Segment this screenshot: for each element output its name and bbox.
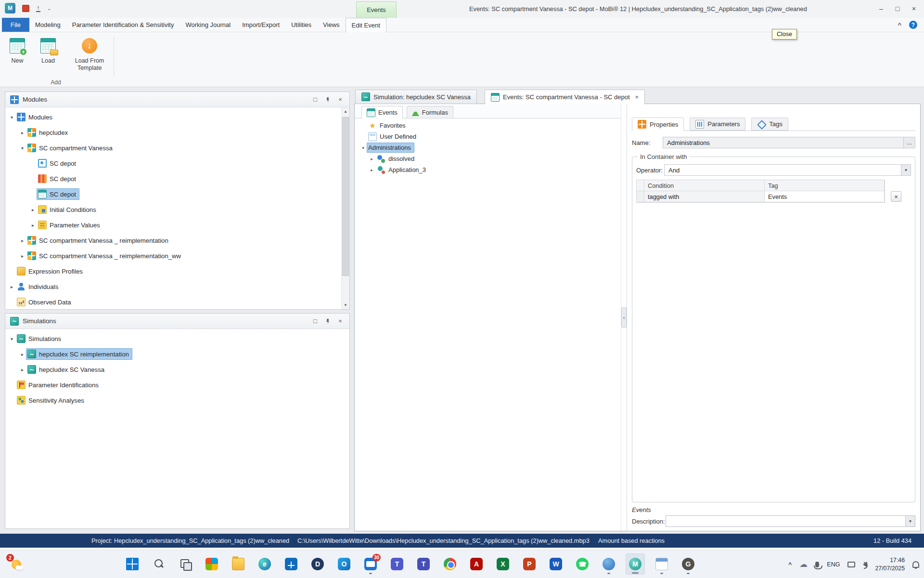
expander-icon[interactable] [19,145,26,151]
tree-item-hepcludex-sc-vanessa[interactable]: hepcludex SC Vanessa [5,362,349,377]
menu-import-export[interactable]: Import/Export [236,18,285,32]
close-button[interactable]: × [906,1,922,16]
tree-item-hepcludex-sc-reimplementation[interactable]: hepcludex SC reimplementation [5,346,349,362]
volume-icon[interactable] [863,562,867,567]
menu-utilities[interactable]: Utilities [285,18,317,32]
collapse-pane-icon[interactable]: ‹ [621,307,627,328]
menu-views[interactable]: Views [317,18,345,32]
qat-save-icon[interactable]: ↑ [36,5,40,12]
operator-dropdown[interactable]: And ▼ [664,164,911,176]
expander-icon[interactable] [19,367,26,372]
tree-item-administrations[interactable]: Administrations [355,142,621,153]
tree-item-initial-conditions[interactable]: Initial Conditions [5,202,341,217]
menu-modeling[interactable]: Modeling [29,18,66,32]
panel-maximize-icon[interactable]: □ [311,95,320,104]
context-tab-events[interactable]: Events [356,1,397,18]
load-from-template-button[interactable]: Load From Template [66,35,113,73]
tree-item-parameter-identifications[interactable]: Parameter Identifications [5,377,349,393]
edge-button[interactable]: e [255,553,274,575]
panel-close-icon[interactable]: × [336,317,345,326]
microphone-icon[interactable] [815,562,819,567]
expander-icon[interactable] [368,168,375,172]
taskbar-clock[interactable]: 17:46 27/07/2025 [875,556,905,572]
rename-ellipsis-button[interactable]: … [904,137,915,148]
menu-file[interactable]: File [2,18,29,32]
tab-events-sc-compartment-vanessa[interactable]: Events: SC compartment Vanessa - SC depo… [485,90,645,105]
powerpoint-button[interactable]: P [520,553,539,575]
new-button[interactable]: + New [5,35,30,73]
tree-item-parameter-values[interactable]: Parameter Values [5,217,341,233]
language-indicator[interactable]: ENG [827,561,840,568]
task-view-button[interactable] [176,553,195,575]
display-icon[interactable] [847,562,855,567]
tab-events[interactable]: Events [361,106,403,118]
panel-maximize-icon[interactable]: □ [311,317,320,326]
delete-condition-button[interactable]: × [891,191,901,202]
expander-icon[interactable] [29,223,37,228]
panel-pin-icon[interactable] [323,95,332,104]
teams-button[interactable]: T [414,553,433,575]
excel-button[interactable]: X [493,553,513,575]
tree-item-sc-depot-events[interactable]: SC depot [5,186,341,202]
tree-item-sc-depot-reactions[interactable]: SC depot [5,156,341,171]
notification-center-icon[interactable] [912,561,919,568]
expander-icon[interactable] [19,130,26,135]
expander-icon[interactable] [368,157,375,161]
help-icon[interactable]: ? [909,21,917,29]
mobi-button[interactable]: M [626,553,645,575]
panel-close-icon[interactable]: × [336,95,345,104]
onedrive-cloud-icon[interactable]: ☁ [799,559,808,569]
modules-scrollbar[interactable]: ▲ ▼ [341,107,349,309]
teams-classic-button[interactable]: T [387,553,407,575]
pksim-button[interactable] [599,553,618,575]
tab-parameters[interactable]: Parameters [690,118,745,131]
close-tab-icon[interactable]: × [635,93,639,101]
name-field[interactable]: Administrations [663,137,904,148]
tree-item-sc-reimplementation[interactable]: SC compartment Vanessa _ reimplementatio… [5,233,341,248]
hidden-icons-chevron[interactable]: ^ [788,561,792,568]
widgets-weather-button[interactable]: 2 [8,556,25,573]
tree-item-observed-data[interactable]: Observed Data [5,294,341,309]
app-window-button[interactable] [652,553,671,575]
pane-splitter[interactable]: ‹ [621,104,627,531]
whatsapp-button[interactable]: ☎ [573,553,592,575]
outlook-button[interactable]: O [334,553,354,575]
tree-item-sc-reimplementation-ww[interactable]: SC compartment Vanessa _ reimplementatio… [5,248,341,263]
menu-parameter-identification[interactable]: Parameter Identification & Sensitivity [66,18,180,32]
column-header-condition[interactable]: Condition [644,180,765,191]
dell-button[interactable]: D [308,553,327,575]
chrome-button[interactable] [440,553,460,575]
maximize-button[interactable]: □ [889,1,906,16]
file-explorer-button[interactable] [229,553,248,575]
expander-icon[interactable] [29,207,37,212]
mail-button[interactable]: 30 [361,553,380,575]
gimp-button[interactable]: G [679,553,698,575]
start-button[interactable] [123,553,142,575]
expander-icon[interactable] [8,336,15,342]
load-button[interactable]: Load [36,35,61,73]
tab-simulation-hepcludex-sc-vanessa[interactable]: Simulation: hepcludex SC Vanessa [355,90,477,104]
tree-item-individuals[interactable]: Individuals [5,279,341,294]
menu-working-journal[interactable]: Working Journal [180,18,236,32]
scrollbar-thumb[interactable] [342,117,349,276]
menu-edit-event[interactable]: Edit Event [346,18,386,32]
minimize-button[interactable]: – [873,1,889,16]
expander-icon[interactable] [8,284,15,289]
tree-item-sc-depot-transports[interactable]: SC depot [5,171,341,186]
expander-icon[interactable] [359,145,367,150]
tree-item-sensitivity-analyses[interactable]: Sensitivity Analyses [5,393,349,408]
tree-item-favorites[interactable]: Favorites [355,120,621,131]
word-button[interactable]: W [546,553,565,575]
tab-formulas[interactable]: Formulas [407,106,453,118]
tree-item-expression-profiles[interactable]: Expression Profiles [5,263,341,279]
expander-icon[interactable] [19,238,26,243]
tree-item-user-defined[interactable]: User Defined [355,131,621,142]
description-input[interactable]: ▼ [666,515,915,527]
expander-icon[interactable] [19,352,26,357]
qat-dropdown-icon[interactable]: ⌄ [47,6,51,11]
expander-icon[interactable] [19,253,26,259]
tree-item-application-3[interactable]: Application_3 [355,164,621,175]
condition-cell[interactable]: tagged with [644,191,765,202]
tree-item-hepcludex[interactable]: hepcludex [5,125,341,140]
qat-new-icon[interactable] [22,5,29,12]
